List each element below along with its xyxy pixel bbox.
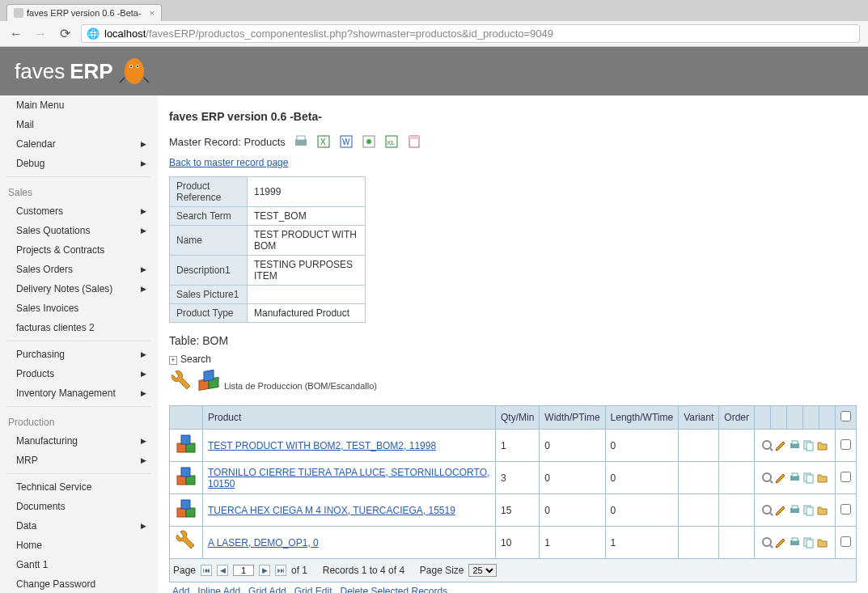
table-row: TUERCA HEX CIEGA M 4 INOX, TUERCACIEGA, … [170,494,857,527]
export-csv-icon[interactable] [362,134,376,149]
pager-page-input[interactable] [233,565,254,576]
print-icon[interactable] [789,439,801,451]
sidebar-item-change-password[interactable]: Change Password [0,574,158,593]
edit-icon[interactable] [775,504,787,516]
sidebar-item-calendar[interactable]: Calendar▶ [0,134,158,154]
sidebar-item-mrp[interactable]: MRP▶ [0,451,158,470]
pager-size-label: Page Size [420,565,464,576]
folder-icon[interactable] [816,504,828,516]
svg-rect-37 [792,473,798,477]
footer-action-grid-add[interactable]: Grid Add [248,586,286,593]
pager-size-select[interactable]: 25 [468,564,497,577]
sidebar-item-label: Manufacturing [16,435,78,447]
url-bar[interactable]: 🌐 localhost/favesERP/productos_component… [81,24,860,43]
record-value: TESTING PURPOSES ITEM [248,256,366,286]
sidebar-item-projects-contracts[interactable]: Projects & Contracts [0,240,158,260]
page-title: faves ERP version 0.6 -Beta- [169,110,857,123]
edit-icon[interactable] [775,536,787,549]
print-icon[interactable] [789,472,801,484]
select-all-checkbox[interactable] [840,411,851,421]
sidebar-item-label: Main Menu [16,100,64,111]
search-toggle[interactable]: +Search [169,354,857,365]
export-print-icon[interactable] [294,134,308,149]
edit-icon[interactable] [775,472,787,484]
copy-icon[interactable] [802,472,815,484]
reload-button[interactable]: ⟳ [57,26,73,42]
folder-icon[interactable] [816,439,828,451]
sidebar-item-inventory-management[interactable]: Inventory Management▶ [0,383,158,403]
pager-first-icon[interactable]: ⏮ [201,565,212,576]
column-header[interactable]: Order [719,406,755,430]
export-word-icon[interactable]: W [339,134,354,149]
footer-action-add[interactable]: Add [172,586,189,593]
svg-rect-48 [807,507,813,515]
tab-close-icon[interactable]: × [150,8,155,18]
footer-action-delete-selected-records[interactable]: Delete Selected Records [340,586,447,593]
sidebar-item-delivery-notes-sales-[interactable]: Delivery Notes (Sales)▶ [0,279,158,299]
sidebar-item-label: Debug [16,158,44,169]
logo-text-a: faves [15,59,65,84]
copy-icon[interactable] [802,536,815,549]
column-header[interactable]: Length/WTime [605,406,679,430]
folder-icon[interactable] [816,472,828,484]
row-checkbox[interactable] [840,504,851,515]
sidebar-item-main-menu[interactable]: Main Menu [0,95,158,115]
pager-records-label: Records 1 to 4 of 4 [323,565,404,576]
column-header[interactable] [170,406,203,430]
product-link[interactable]: A LASER, DEMO_OP1, 0 [208,537,319,549]
sidebar-item-label: Home [16,540,42,551]
footer-action-grid-edit[interactable]: Grid Edit [294,586,332,593]
back-button[interactable]: ← [8,26,24,42]
column-header[interactable]: Qty/Min [496,406,540,430]
svg-rect-40 [177,508,186,517]
folder-icon[interactable] [816,536,828,549]
column-header[interactable]: Product [203,406,496,430]
length-cell: 1 [605,527,679,559]
pager-last-icon[interactable]: ⏭ [275,565,286,576]
view-icon[interactable] [761,439,773,451]
sidebar-item-sales-quotations[interactable]: Sales Quotations▶ [0,221,158,240]
footer-action-inline-add[interactable]: Inline Add [197,586,240,593]
sidebar-item-sales-orders[interactable]: Sales Orders▶ [0,260,158,279]
sidebar-item-facturas-clientes-2[interactable]: facturas clientes 2 [0,318,158,337]
sidebar-item-manufacturing[interactable]: Manufacturing▶ [0,431,158,451]
column-header[interactable]: Width/PTime [540,406,605,430]
browser-tab[interactable]: faves ERP version 0.6 -Beta- × [6,4,162,21]
sidebar-item-home[interactable]: Home [0,536,158,555]
sidebar-item-purchasing[interactable]: Purchasing▶ [0,345,158,364]
back-to-master-link[interactable]: Back to master record page [169,157,288,168]
export-pdf-icon[interactable] [407,134,421,149]
copy-icon[interactable] [802,439,815,451]
edit-icon[interactable] [775,439,787,451]
sidebar-item-sales-invoices[interactable]: Sales Invoices [0,299,158,318]
copy-icon[interactable] [802,504,815,516]
sidebar-item-mail[interactable]: Mail [0,115,158,134]
print-icon[interactable] [789,536,801,549]
row-checkbox[interactable] [840,536,851,547]
row-checkbox[interactable] [840,439,851,450]
sidebar-item-gantt-1[interactable]: Gantt 1 [0,555,158,574]
svg-rect-46 [792,506,798,509]
sidebar-item-technical-service[interactable]: Technical Service [0,477,158,497]
sidebar-item-data[interactable]: Data▶ [0,516,158,536]
view-icon[interactable] [761,536,773,549]
sidebar-item-debug[interactable]: Debug▶ [0,154,158,173]
sidebar-item-label: Sales Invoices [16,303,78,314]
product-link[interactable]: TORNILLO CIERRE TIJERA TAPA LUCE, SETORN… [208,467,489,489]
product-link[interactable]: TUERCA HEX CIEGA M 4 INOX, TUERCACIEGA, … [208,505,455,516]
product-link[interactable]: TEST PRODUCT WITH BOM2, TEST_BOM2, 11998 [208,440,436,451]
view-icon[interactable] [761,504,773,516]
print-icon[interactable] [789,504,801,516]
view-icon[interactable] [761,472,773,484]
sidebar-section-production: Production [0,410,158,431]
sidebar-item-documents[interactable]: Documents [0,497,158,516]
record-label: Product Type [170,304,248,323]
export-excel-icon[interactable]: X [316,134,331,149]
pager-next-icon[interactable]: ▶ [259,565,270,576]
sidebar-item-products[interactable]: Products▶ [0,364,158,383]
export-xml-icon[interactable]: XL [384,134,399,149]
pager-prev-icon[interactable]: ◀ [217,565,228,576]
row-checkbox[interactable] [840,472,851,482]
sidebar-item-customers[interactable]: Customers▶ [0,201,158,221]
column-header[interactable]: Variant [679,406,719,430]
